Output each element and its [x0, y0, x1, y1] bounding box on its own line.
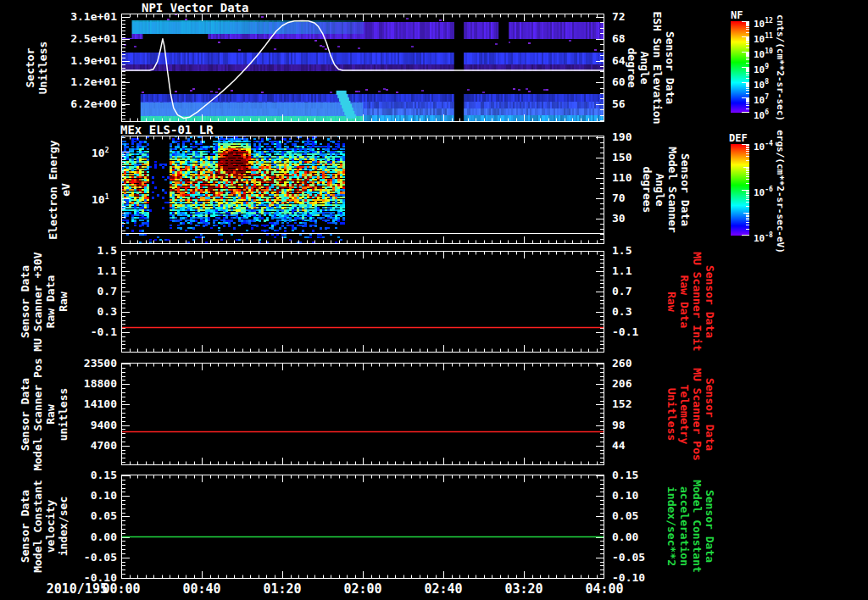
els-spectrogram-plot: [121, 136, 604, 244]
axis-title-line: Model Scanner Pos: [31, 358, 44, 470]
axis-title-line: acceleration: [678, 480, 691, 573]
plot-page: NPI Vector Data MEx ELS-01 LR NF DEF cnt…: [0, 0, 868, 600]
nf-colorbar-title: NF: [731, 9, 743, 21]
npi-spectrogram-plot: [121, 14, 604, 122]
panel2-right-tick: 110: [612, 171, 632, 184]
panel5-right-axis-title: Sensor Data Model Constant acceleration …: [665, 480, 716, 573]
exp-sup: -4: [765, 140, 773, 147]
axis-title-line: index/sec**2: [665, 480, 678, 573]
panel4-left-axis-title: Sensor Data Model Scanner Pos Raw unitle…: [19, 358, 70, 470]
nf-colorbar-units: cnts/(cm**2-sr-sec): [775, 14, 786, 121]
panel1-right-tick: 68: [612, 32, 626, 45]
panel3-right-tick: 1.1: [612, 264, 632, 277]
axis-title-line: Sensor Data: [704, 252, 716, 351]
axis-title-line: velocity: [44, 480, 57, 573]
mu-scanner-30v-plot: [121, 251, 604, 353]
exp-base: 10: [754, 110, 765, 121]
panel5-right-tick: -0.05: [612, 551, 645, 564]
axis-title-line: Sensor Data: [704, 480, 716, 573]
panel1-right-tick: 64: [612, 54, 626, 67]
model-scanner-pos-plot: [121, 363, 604, 465]
exp-sup: 12: [765, 17, 773, 25]
panel1-left-tick: 3.1e+01: [56, 10, 117, 23]
exp-base: 10: [754, 64, 765, 75]
panel2-left-tick: 101: [92, 191, 108, 206]
panel5-left-tick: 0.15: [56, 469, 117, 481]
exp-sup: 6: [765, 108, 769, 116]
axis-title-line: Sensor Data: [704, 368, 716, 461]
exp-base: 10: [92, 147, 105, 159]
panel2-right-tick: 70: [612, 192, 626, 204]
axis-title-line: MU Scanner Pos: [691, 368, 704, 461]
x-axis-time-tick: 00:40: [176, 582, 227, 597]
axis-title-line: degree: [626, 11, 638, 124]
exp-base: 10: [754, 233, 765, 244]
axis-title-line: Angle: [638, 11, 651, 124]
panel3-right-tick: -0.1: [612, 325, 638, 338]
axis-title-line: Model Constant: [31, 480, 44, 573]
panel2-right-tick: 150: [612, 151, 632, 164]
axis-title-line: Telemetry: [678, 368, 691, 461]
panel1-left-tick: 1.9e+01: [56, 54, 117, 67]
panel2-right-tick: 30: [612, 212, 626, 225]
panel2-left-axis-title: Electron Energy eV: [47, 140, 72, 239]
panel1-right-axis-title: Sensor Data ESH Sun Elevation Angle degr…: [626, 11, 676, 124]
exp-base: 10: [754, 80, 765, 91]
panel4-right-tick: 98: [612, 419, 626, 431]
axis-title-line: Sector: [24, 42, 36, 95]
exp-sup: 1: [105, 193, 109, 201]
def-colorbar-tick: 10-4: [754, 137, 773, 153]
axis-title-line: MU Scanner +30V: [31, 252, 44, 351]
panel4-left-tick: 14100: [56, 397, 117, 410]
exp-sup: -6: [765, 186, 773, 193]
x-axis-time-tick: 02:40: [418, 582, 469, 597]
panel5-left-tick: 0.10: [56, 489, 117, 502]
def-colorbar-tick: 10-8: [754, 229, 773, 245]
axis-title-line: Unitless: [36, 42, 49, 95]
axis-title-line: ESH Sun Elevation: [651, 11, 664, 124]
axis-title-line: Raw: [44, 358, 57, 470]
panel3-left-tick: -0.1: [56, 325, 117, 338]
nf-colorbar-tick: 1011: [754, 30, 773, 46]
panel1-left-tick: 2.5e+01: [56, 32, 117, 45]
def-colorbar: [731, 144, 749, 236]
axis-title-line: Model Constant: [691, 480, 704, 573]
exp-base: 10: [754, 95, 765, 106]
panel4-right-tick: 206: [612, 377, 632, 390]
panel4-right-tick: 44: [612, 439, 626, 452]
exp-base: 10: [754, 49, 765, 60]
panel3-left-tick: 0.7: [56, 285, 117, 297]
panel1-right-tick: 72: [612, 10, 626, 23]
axis-title-line: Raw Data: [678, 252, 691, 351]
panel3-right-tick: 1.5: [612, 244, 632, 257]
nf-colorbar-tick: 106: [754, 106, 769, 122]
axis-title-line: degrees: [641, 147, 654, 233]
axis-title-line: eV: [59, 140, 72, 239]
panel5-left-tick: 0.00: [56, 531, 117, 543]
panel4-left-tick: 9400: [56, 419, 117, 431]
panel4-left-tick: 4700: [56, 439, 117, 452]
nf-colorbar-tick: 107: [754, 91, 769, 107]
panel5-right-tick: 0.10: [612, 489, 638, 502]
panel5-right-tick: 0.00: [612, 531, 638, 543]
panel3-left-tick: 1.5: [56, 244, 117, 257]
nf-colorbar-tick: 108: [754, 75, 769, 92]
panel1-left-tick: 6.2e+00: [56, 97, 117, 110]
exp-sup: 11: [765, 32, 773, 40]
axis-title-line: Sensor Data: [19, 480, 31, 573]
nf-colorbar: [731, 21, 749, 113]
def-colorbar-title: DEF: [729, 132, 748, 144]
nf-colorbar-tick: 1010: [754, 45, 773, 61]
axis-title-line: MU Scanner Init: [691, 252, 704, 351]
panel5-right-tick: 0.05: [612, 509, 638, 522]
x-axis-time-tick: 04:00: [579, 582, 630, 597]
exp-base: 10: [92, 193, 105, 206]
axis-title-line: Electron Energy: [47, 140, 59, 239]
def-colorbar-units: ergs/(cm**2-sr-sec-eV): [775, 130, 786, 253]
panel3-right-tick: 0.7: [612, 285, 632, 297]
def-colorbar-tick: 10-6: [754, 183, 773, 199]
panel1-right-tick: 60: [612, 75, 626, 88]
panel3-left-tick: 0.3: [56, 305, 117, 318]
panel1-title: NPI Vector Data: [142, 1, 248, 14]
panel5-right-tick: 0.15: [612, 469, 638, 481]
